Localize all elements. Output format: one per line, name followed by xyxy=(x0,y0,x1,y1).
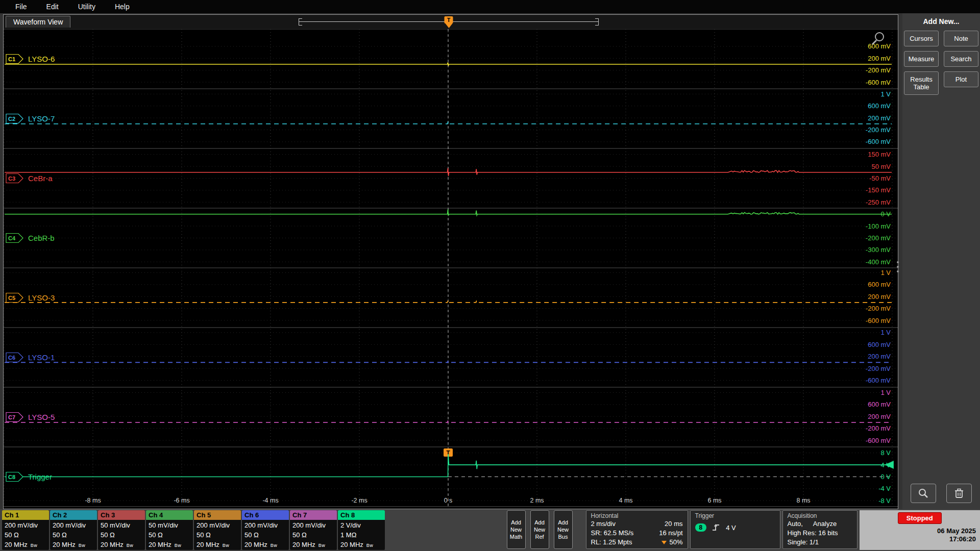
add-new-bus-button[interactable]: Add New Bus xyxy=(554,510,573,549)
channel-tag-c1[interactable]: C1LYSO-6 xyxy=(6,55,55,64)
time-axis-label: 4 ms xyxy=(619,497,632,504)
horizontal-window: 20 ms xyxy=(665,519,682,529)
channel-tag-c6[interactable]: C6LYSO-1 xyxy=(6,353,55,362)
date-label: 06 May 2025 xyxy=(937,527,976,535)
record-length: RL: 1.25 Mpts xyxy=(591,538,632,547)
add-note-button[interactable]: Note xyxy=(944,31,978,46)
channel-7-scale: 200 mV/div xyxy=(292,520,337,530)
channel-1-impedance: 50 Ω xyxy=(5,530,49,540)
zoom-mode-button[interactable] xyxy=(911,484,936,503)
channel-1-title: Ch 1 xyxy=(2,510,49,520)
scale-label: 1 V xyxy=(880,389,891,396)
panel-divider-handle[interactable] xyxy=(897,261,899,272)
channel-1-badge[interactable]: Ch 1 200 mV/div 50 Ω 20 MHzBw xyxy=(2,510,49,550)
channel-1-scale: 200 mV/div xyxy=(5,520,49,530)
overview-right-bracket xyxy=(595,18,599,26)
menu-edit[interactable]: Edit xyxy=(41,3,73,11)
channel-tag-c7[interactable]: C7LYSO-5 xyxy=(6,413,55,422)
scale-label: 1 V xyxy=(880,90,891,98)
waveform-plot[interactable]: T600 mV200 mV-200 mV-600 mV1 V600 mV200 … xyxy=(4,29,898,509)
channel-6-bandwidth: 20 MHzBw xyxy=(244,540,289,550)
waveform-canvas[interactable]: T600 mV200 mV-200 mV-600 mV1 V600 mV200 … xyxy=(4,29,898,509)
menu-utility[interactable]: Utility xyxy=(73,3,110,11)
time-axis-label: -6 ms xyxy=(174,497,189,504)
channel-7-title: Ch 7 xyxy=(290,510,337,520)
channel-4-bandwidth: 20 MHzBw xyxy=(149,540,193,550)
trigger-title: Trigger xyxy=(695,512,775,519)
horizontal-settings-panel[interactable]: Horizontal 2 ms/div 20 ms SR: 62.5 MS/s … xyxy=(586,510,688,549)
channel-1-bandwidth: 20 MHzBw xyxy=(5,540,49,550)
scale-label: -200 mV xyxy=(866,305,891,312)
scale-label: 200 mV xyxy=(868,413,891,420)
main-area: Waveform View T T600 mV200 mV-200 mV-600… xyxy=(0,13,980,509)
channel-6-scale: 200 mV/div xyxy=(244,520,289,530)
channel-2-title: Ch 2 xyxy=(50,510,97,520)
bottom-status-bar: Ch 1 200 mV/div 50 Ω 20 MHzBw Ch 2 200 m… xyxy=(0,509,980,551)
scale-label: -50 mV xyxy=(869,174,891,182)
scale-label: -300 mV xyxy=(866,246,891,254)
time-axis-label: 0 s xyxy=(444,497,453,504)
channel-4-badge[interactable]: Ch 4 50 mV/div 50 Ω 20 MHzBw xyxy=(146,510,193,550)
trigger-settings-panel[interactable]: Trigger 8 4 V xyxy=(690,510,780,549)
svg-text:C5: C5 xyxy=(8,295,15,301)
add-cursors-button[interactable]: Cursors xyxy=(904,31,939,46)
add-search-button[interactable]: Search xyxy=(944,51,978,67)
waveform-view-tab[interactable]: Waveform View xyxy=(6,16,70,28)
svg-text:LYSO-5: LYSO-5 xyxy=(28,413,55,421)
channel-5-impedance: 50 Ω xyxy=(197,530,241,540)
scale-label: 200 mV xyxy=(868,293,891,300)
scale-label: -600 mV xyxy=(866,79,891,86)
channel-tag-c3[interactable]: C3CeBr-a xyxy=(6,174,53,183)
time-axis-label: 2 ms xyxy=(530,497,544,504)
scale-label: -200 mV xyxy=(866,66,891,74)
channel-3-scale: 50 mV/div xyxy=(101,520,145,530)
scale-label: -600 mV xyxy=(866,377,891,384)
channel-tag-c5[interactable]: C5LYSO-3 xyxy=(6,293,55,303)
scale-label: 0 V xyxy=(880,473,891,481)
acquisition-mode: Auto, xyxy=(788,519,803,529)
channel-tag-c4[interactable]: C4CebR-b xyxy=(6,234,55,243)
bandwidth-limit-icon: Bw xyxy=(127,543,134,548)
channel-5-scale: 200 mV/div xyxy=(197,520,241,530)
scale-label: 1 V xyxy=(880,269,891,277)
acquisition-single: Single: 1/1 xyxy=(788,538,819,547)
channel-5-bandwidth: 20 MHzBw xyxy=(197,540,241,550)
channel-6-title: Ch 6 xyxy=(242,510,289,520)
svg-text:C6: C6 xyxy=(8,355,15,361)
trigger-level: 4 V xyxy=(726,524,736,532)
add-new-ref-button[interactable]: Add New Ref xyxy=(530,510,549,549)
channel-7-bandwidth: 20 MHzBw xyxy=(292,540,337,550)
channel-4-scale: 50 mV/div xyxy=(149,520,193,530)
bandwidth-limit-icon: Bw xyxy=(318,543,326,548)
menu-help[interactable]: Help xyxy=(110,3,144,11)
channel-8-badge[interactable]: Ch 8 2 V/div 1 MΩ 20 MHzBw xyxy=(338,510,385,550)
svg-text:CebR-b: CebR-b xyxy=(28,234,55,242)
channel-7-badge[interactable]: Ch 7 200 mV/div 50 Ω 20 MHzBw xyxy=(290,510,337,550)
add-measure-button[interactable]: Measure xyxy=(904,51,939,67)
add-plot-button[interactable]: Plot xyxy=(944,71,978,87)
channel-tag-c2[interactable]: C2LYSO-7 xyxy=(6,114,55,123)
trash-button[interactable] xyxy=(946,484,972,503)
svg-text:LYSO-1: LYSO-1 xyxy=(28,353,55,362)
scale-label: 600 mV xyxy=(868,102,891,110)
channel-3-badge[interactable]: Ch 3 50 mV/div 50 Ω 20 MHzBw xyxy=(98,510,145,550)
acquisition-overview-bar[interactable]: T xyxy=(299,18,599,26)
add-results-table-button[interactable]: Results Table xyxy=(904,71,939,95)
scale-label: 0 V xyxy=(880,210,891,218)
channel-6-badge[interactable]: Ch 6 200 mV/div 50 Ω 20 MHzBw xyxy=(242,510,289,550)
acquisition-settings-panel[interactable]: Acquisition Auto, Analyze High Res: 16 b… xyxy=(782,510,857,549)
trigger-position-marker[interactable]: T xyxy=(445,16,453,28)
menu-file[interactable]: File xyxy=(10,3,41,11)
channel-5-badge[interactable]: Ch 5 200 mV/div 50 Ω 20 MHzBw xyxy=(194,510,241,550)
scale-label: -4 V xyxy=(878,485,891,492)
run-stop-button[interactable]: Stopped xyxy=(898,512,942,524)
channel-tag-c8[interactable]: C8Trigger xyxy=(6,472,52,482)
time-axis-label: -4 ms xyxy=(262,497,278,504)
channel-2-badge[interactable]: Ch 2 200 mV/div 50 Ω 20 MHzBw xyxy=(50,510,97,550)
svg-text:C8: C8 xyxy=(8,474,15,480)
waveform-view-panel: Waveform View T T600 mV200 mV-200 mV-600… xyxy=(3,14,898,509)
datetime: 06 May 2025 17:06:20 xyxy=(937,527,980,543)
scale-label: -400 mV xyxy=(866,258,891,266)
add-new-math-button[interactable]: Add New Math xyxy=(507,510,526,549)
scale-label: -150 mV xyxy=(866,186,891,194)
